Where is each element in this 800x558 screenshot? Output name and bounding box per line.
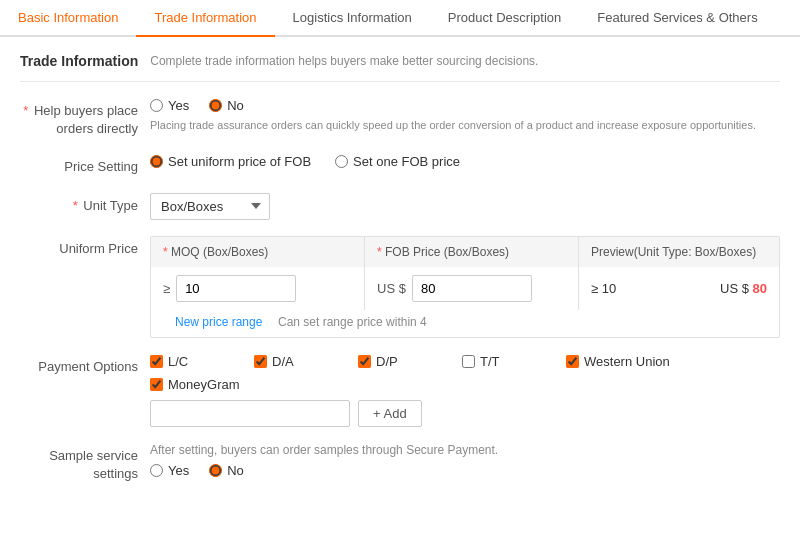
sample-yes[interactable]: Yes bbox=[150, 463, 189, 478]
price-table: * MOQ (Box/Boxes) * FOB Price (Box/Boxes… bbox=[150, 236, 780, 338]
payment-lc[interactable]: L/C bbox=[150, 354, 230, 369]
uniform-price-control: * MOQ (Box/Boxes) * FOB Price (Box/Boxes… bbox=[150, 236, 780, 338]
tab-description[interactable]: Product Description bbox=[430, 0, 579, 37]
tab-logistics[interactable]: Logistics Information bbox=[275, 0, 430, 37]
tab-trade[interactable]: Trade Information bbox=[136, 0, 274, 37]
fob-cell: US $ bbox=[365, 267, 579, 310]
section-description: Complete trade information helps buyers … bbox=[150, 54, 538, 68]
payment-da[interactable]: D/A bbox=[254, 354, 334, 369]
help-buyers-hint: Placing trade assurance orders can quick… bbox=[150, 117, 780, 134]
price-setting-control: Set uniform price of FOB Set one FOB pri… bbox=[150, 154, 780, 169]
moq-prefix: ≥ bbox=[163, 281, 170, 296]
moq-input[interactable] bbox=[176, 275, 296, 302]
moq-cell: ≥ bbox=[151, 267, 365, 310]
preview-moq: ≥ 10 bbox=[591, 281, 616, 296]
payment-add-input[interactable] bbox=[150, 400, 350, 427]
moq-header: * MOQ (Box/Boxes) bbox=[151, 237, 365, 267]
sample-service-control: After setting, buyers can order samples … bbox=[150, 443, 780, 478]
tab-featured[interactable]: Featured Services & Others bbox=[579, 0, 775, 37]
sample-service-row: Sample service settings After setting, b… bbox=[20, 443, 780, 483]
sample-service-options: Yes No bbox=[150, 463, 780, 478]
price-uniform-option[interactable]: Set uniform price of FOB bbox=[150, 154, 311, 169]
new-price-link[interactable]: New price range bbox=[163, 309, 274, 337]
unit-type-label: * Unit Type bbox=[20, 193, 150, 215]
help-buyers-label: * Help buyers place orders directly bbox=[20, 98, 150, 138]
moq-input-row: ≥ bbox=[163, 275, 352, 302]
price-one-option[interactable]: Set one FOB price bbox=[335, 154, 460, 169]
payment-western-union[interactable]: Western Union bbox=[566, 354, 670, 369]
help-buyers-no[interactable]: No bbox=[209, 98, 244, 113]
payment-add-button[interactable]: + Add bbox=[358, 400, 422, 427]
unit-type-star: * bbox=[73, 198, 78, 213]
payment-dp[interactable]: D/P bbox=[358, 354, 438, 369]
preview-currency: US $ 80 bbox=[720, 281, 767, 296]
unit-type-control: Box/Boxes Piece/Pieces Set/Sets Pair/Pai… bbox=[150, 193, 780, 220]
payment-options-control: L/C D/A D/P T/T Western Union bbox=[150, 354, 780, 427]
unit-type-row: * Unit Type Box/Boxes Piece/Pieces Set/S… bbox=[20, 193, 780, 220]
fob-prefix: US $ bbox=[377, 281, 406, 296]
payment-options-row: Payment Options L/C D/A D/P T/T bbox=[20, 354, 780, 427]
fob-input-row: US $ bbox=[377, 275, 566, 302]
fob-input[interactable] bbox=[412, 275, 532, 302]
help-buyers-row: * Help buyers place orders directly Yes … bbox=[20, 98, 780, 138]
payment-add-row: + Add bbox=[150, 400, 780, 427]
price-setting-row: Price Setting Set uniform price of FOB S… bbox=[20, 154, 780, 176]
main-content: Trade Information Complete trade informa… bbox=[0, 37, 800, 515]
preview-cell: ≥ 10 US $ 80 bbox=[579, 267, 779, 310]
help-buyers-yes[interactable]: Yes bbox=[150, 98, 189, 113]
new-price-hint: Can set range price within 4 bbox=[278, 315, 427, 329]
new-price-row: New price range Can set range price with… bbox=[151, 310, 779, 337]
price-table-body: ≥ US $ ≥ 10 US $ 80 bbox=[151, 267, 779, 310]
help-buyers-options: Yes No bbox=[150, 98, 780, 113]
preview-header: Preview(Unit Type: Box/Boxes) bbox=[579, 237, 779, 267]
sample-service-label: Sample service settings bbox=[20, 443, 150, 483]
section-header: Trade Information Complete trade informa… bbox=[20, 53, 780, 82]
payment-checkboxes: L/C D/A D/P T/T Western Union bbox=[150, 354, 780, 392]
payment-tt[interactable]: T/T bbox=[462, 354, 542, 369]
price-setting-options: Set uniform price of FOB Set one FOB pri… bbox=[150, 154, 780, 169]
fob-header: * FOB Price (Box/Boxes) bbox=[365, 237, 579, 267]
preview-value: 80 bbox=[753, 281, 767, 296]
uniform-price-row: Uniform Price * MOQ (Box/Boxes) * FOB Pr… bbox=[20, 236, 780, 338]
price-setting-label: Price Setting bbox=[20, 154, 150, 176]
section-title: Trade Information bbox=[20, 53, 138, 69]
price-table-header: * MOQ (Box/Boxes) * FOB Price (Box/Boxes… bbox=[151, 237, 779, 267]
sample-hint: After setting, buyers can order samples … bbox=[150, 443, 780, 457]
uniform-price-label: Uniform Price bbox=[20, 236, 150, 258]
tab-bar: Basic Information Trade Information Logi… bbox=[0, 0, 800, 37]
unit-type-select[interactable]: Box/Boxes Piece/Pieces Set/Sets Pair/Pai… bbox=[150, 193, 270, 220]
tab-basic[interactable]: Basic Information bbox=[0, 0, 136, 37]
payment-moneygram[interactable]: MoneyGram bbox=[150, 377, 240, 392]
sample-no[interactable]: No bbox=[209, 463, 244, 478]
payment-options-label: Payment Options bbox=[20, 354, 150, 376]
help-buyers-control: Yes No Placing trade assurance orders ca… bbox=[150, 98, 780, 134]
required-star: * bbox=[23, 103, 28, 118]
